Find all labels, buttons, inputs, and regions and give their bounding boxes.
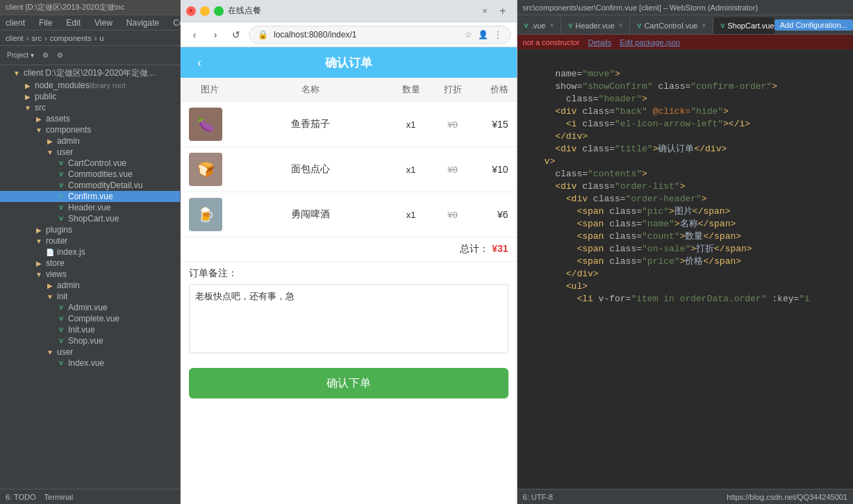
tree-router[interactable]: ▼ router	[0, 235, 180, 246]
tree-label: assets	[46, 114, 70, 124]
line-content: <li v-for="item in orderData.order" :key…	[542, 293, 853, 305]
tree-admin[interactable]: ▶ admin	[0, 135, 180, 146]
tree-views[interactable]: ▼ views	[0, 269, 180, 280]
reload-button[interactable]: ↺	[228, 26, 245, 43]
confirm-order-button[interactable]: 确认下单	[189, 368, 508, 398]
tree-commodities[interactable]: V Commodities.vue	[0, 169, 180, 180]
tree-label: views	[46, 269, 67, 279]
tab-close-icon[interactable]: ×	[619, 22, 623, 29]
terminal-tab[interactable]: Terminal	[44, 493, 74, 501]
folder-icon: ▶	[33, 260, 44, 267]
address-bar[interactable]: 🔒 localhost:8080/index/1 ☆ 👤 ⋮	[249, 26, 511, 44]
editor-tab-cartcontrol[interactable]: V CartControl.vue ×	[630, 17, 713, 34]
order-remark: 订单备注：	[181, 262, 517, 361]
tree-plugins[interactable]: ▶ plugins	[0, 224, 180, 235]
vue-icon: V	[568, 22, 572, 29]
lock-icon: 🔒	[258, 30, 268, 40]
folder-icon: ▶	[22, 82, 33, 90]
tree-label: init	[57, 292, 67, 301]
code-line: <i class="el-icon-arrow-left"></i>	[517, 118, 853, 131]
line-content: </div>	[542, 131, 853, 143]
line-content: class="contents">	[542, 168, 853, 180]
forward-button[interactable]: ›	[207, 26, 224, 43]
vue-icon: V	[56, 215, 67, 222]
col-count-header: 数量	[390, 83, 432, 96]
menu-navigate[interactable]: Navigate	[124, 17, 162, 29]
tree-label: public	[35, 92, 56, 101]
tree-cartcontrol[interactable]: V CartControl.vue	[0, 158, 180, 169]
ide-menu-bar: client File Edit View Navigate Code Refa	[0, 15, 180, 31]
tree-components[interactable]: ▼ components	[0, 124, 180, 135]
back-button[interactable]: ‹	[189, 52, 210, 73]
remark-textarea[interactable]	[189, 284, 508, 353]
food-image-icon: 🍺	[189, 198, 222, 231]
editor-tab-shopcart[interactable]: V ShopCart.vue ×	[713, 17, 775, 34]
table-row: 🍺 勇闯啤酒 x1 ¥0 ¥6	[181, 192, 517, 237]
item-discount-2: ¥0	[432, 210, 474, 220]
folder-icon: ▶	[22, 93, 33, 101]
code-line: <span class="price">价格</span>	[517, 255, 853, 268]
tree-admin-vue[interactable]: V Admin.vue	[0, 302, 180, 313]
tree-assets[interactable]: ▶ assets	[0, 113, 180, 124]
tree-store[interactable]: ▶ store	[0, 258, 180, 269]
tree-node-modules[interactable]: ▶ node_modules library root	[0, 80, 180, 91]
close-icon[interactable]: ×	[483, 6, 488, 16]
tree-label: store	[46, 258, 65, 268]
tree-router-index[interactable]: 📄 index.js	[0, 246, 180, 258]
tree-init-vue[interactable]: V Init.vue	[0, 324, 180, 335]
project-toolbar-label[interactable]: Project ▾	[4, 50, 37, 60]
editor-tab-header[interactable]: V Header.vue ×	[561, 17, 630, 34]
editor-status-bar: 6: UTF-8 https://blog.csdn.net/QQ3442450…	[517, 489, 853, 504]
tree-shopcart[interactable]: V ShopCart.vue	[0, 213, 180, 224]
tree-user-folder[interactable]: ▼ user	[0, 346, 180, 358]
tree-root[interactable]: ▼ client D:\定做区\2019-2020年定做...	[0, 67, 180, 80]
tree-confirm[interactable]: V Confirm.vue	[0, 191, 180, 202]
star-icon[interactable]: ☆	[465, 30, 472, 40]
menu-file[interactable]: File	[36, 17, 55, 29]
tree-header-vue[interactable]: V Header.vue	[0, 202, 180, 213]
line-number	[517, 230, 542, 243]
tree-user[interactable]: ▼ user	[0, 146, 180, 158]
menu-client[interactable]: client	[3, 17, 28, 29]
structure-toggle[interactable]: ⚙	[40, 50, 51, 60]
line-content: <span class="on-sale">打折</span>	[542, 243, 853, 255]
maximize-button[interactable]	[214, 6, 224, 16]
close-button[interactable]: ×	[186, 6, 196, 16]
vue-icon: V	[56, 326, 67, 333]
tree-shop-vue[interactable]: V Shop.vue	[0, 335, 180, 346]
minimize-button[interactable]	[200, 6, 210, 16]
line-content: v>	[542, 156, 853, 168]
folder-icon: ▼	[44, 293, 56, 301]
menu-icon[interactable]: ⋮	[494, 30, 502, 40]
gear-icon[interactable]: ⚙	[54, 50, 66, 60]
line-number	[517, 243, 542, 255]
tree-complete-vue[interactable]: V Complete.vue	[0, 313, 180, 324]
add-configuration-button[interactable]: Add Configuration...	[775, 19, 853, 31]
account-icon[interactable]: 👤	[478, 30, 488, 40]
tab-close-icon[interactable]: ×	[549, 22, 554, 29]
tab-close-icon[interactable]: ×	[702, 22, 706, 29]
edit-package-link[interactable]: Edit package.json	[620, 38, 680, 47]
col-pic-header: 图片	[189, 83, 231, 96]
tree-label: CommodityDetail.vu	[68, 180, 142, 190]
details-link[interactable]: Details	[588, 38, 612, 47]
item-count-2: x1	[390, 210, 432, 220]
tree-public[interactable]: ▶ public	[0, 91, 180, 102]
menu-edit[interactable]: Edit	[63, 17, 83, 29]
tree-label: Index.vue	[68, 358, 104, 368]
tree-views-admin[interactable]: ▶ admin	[0, 280, 180, 291]
tree-commoditydetail[interactable]: V CommodityDetail.vu	[0, 180, 180, 191]
tree-index-vue[interactable]: V Index.vue	[0, 358, 180, 369]
line-content: <div class="order-list">	[542, 180, 853, 193]
tree-src[interactable]: ▼ src	[0, 102, 180, 113]
line-number	[517, 218, 542, 230]
todo-tab[interactable]: 6: TODO	[6, 493, 36, 501]
menu-view[interactable]: View	[92, 17, 115, 29]
tree-views-init[interactable]: ▼ init	[0, 291, 180, 302]
editor-tab-0[interactable]: V .vue ×	[517, 17, 562, 34]
ide-title-bar: client [D:\定做区\2019-2020定做\nc	[0, 0, 180, 15]
editor-code-content: name="move"> show="showConfirm" class="c…	[517, 50, 853, 489]
item-count-0: x1	[390, 119, 432, 130]
new-tab-button[interactable]: +	[495, 3, 511, 19]
back-button[interactable]: ‹	[186, 26, 203, 43]
